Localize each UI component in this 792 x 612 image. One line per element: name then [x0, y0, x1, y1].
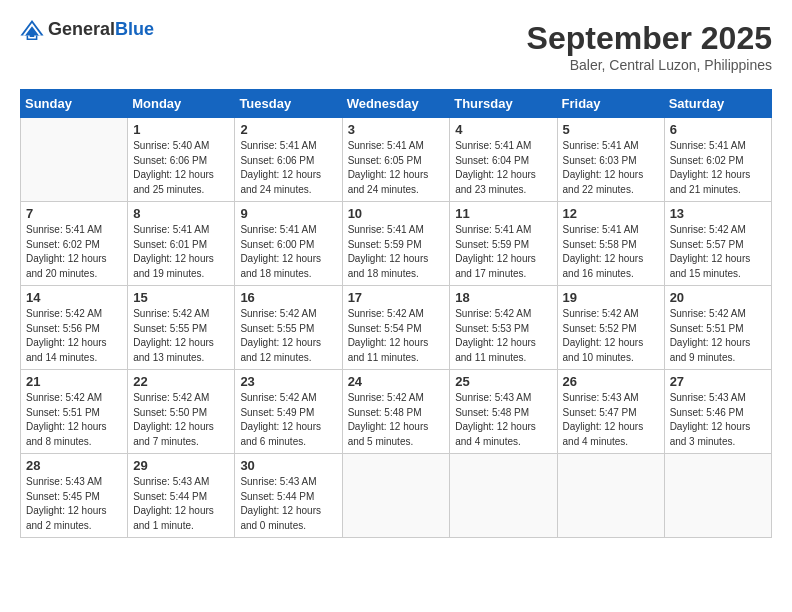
day-number: 3 — [348, 122, 445, 137]
calendar-cell — [450, 454, 557, 538]
weekday-header: Saturday — [664, 90, 771, 118]
calendar-cell: 9Sunrise: 5:41 AM Sunset: 6:00 PM Daylig… — [235, 202, 342, 286]
day-info: Sunrise: 5:41 AM Sunset: 5:59 PM Dayligh… — [455, 223, 551, 281]
day-number: 22 — [133, 374, 229, 389]
day-info: Sunrise: 5:41 AM Sunset: 6:02 PM Dayligh… — [670, 139, 766, 197]
day-number: 21 — [26, 374, 122, 389]
day-info: Sunrise: 5:41 AM Sunset: 6:02 PM Dayligh… — [26, 223, 122, 281]
day-number: 5 — [563, 122, 659, 137]
day-info: Sunrise: 5:42 AM Sunset: 5:50 PM Dayligh… — [133, 391, 229, 449]
day-number: 28 — [26, 458, 122, 473]
calendar-cell: 2Sunrise: 5:41 AM Sunset: 6:06 PM Daylig… — [235, 118, 342, 202]
calendar-week-row: 14Sunrise: 5:42 AM Sunset: 5:56 PM Dayli… — [21, 286, 772, 370]
day-info: Sunrise: 5:43 AM Sunset: 5:48 PM Dayligh… — [455, 391, 551, 449]
day-info: Sunrise: 5:42 AM Sunset: 5:51 PM Dayligh… — [670, 307, 766, 365]
calendar-cell: 1Sunrise: 5:40 AM Sunset: 6:06 PM Daylig… — [128, 118, 235, 202]
day-info: Sunrise: 5:42 AM Sunset: 5:57 PM Dayligh… — [670, 223, 766, 281]
day-number: 18 — [455, 290, 551, 305]
calendar-cell: 7Sunrise: 5:41 AM Sunset: 6:02 PM Daylig… — [21, 202, 128, 286]
logo-text: GeneralBlue — [48, 20, 154, 40]
logo-blue: Blue — [115, 19, 154, 39]
day-info: Sunrise: 5:42 AM Sunset: 5:52 PM Dayligh… — [563, 307, 659, 365]
day-number: 4 — [455, 122, 551, 137]
day-info: Sunrise: 5:42 AM Sunset: 5:53 PM Dayligh… — [455, 307, 551, 365]
day-info: Sunrise: 5:42 AM Sunset: 5:56 PM Dayligh… — [26, 307, 122, 365]
calendar-cell: 14Sunrise: 5:42 AM Sunset: 5:56 PM Dayli… — [21, 286, 128, 370]
day-number: 20 — [670, 290, 766, 305]
calendar-cell: 3Sunrise: 5:41 AM Sunset: 6:05 PM Daylig… — [342, 118, 450, 202]
day-info: Sunrise: 5:43 AM Sunset: 5:46 PM Dayligh… — [670, 391, 766, 449]
month-title: September 2025 — [527, 20, 772, 57]
logo-general: General — [48, 19, 115, 39]
logo-icon — [20, 20, 44, 40]
weekday-header: Friday — [557, 90, 664, 118]
day-info: Sunrise: 5:41 AM Sunset: 5:59 PM Dayligh… — [348, 223, 445, 281]
day-info: Sunrise: 5:43 AM Sunset: 5:47 PM Dayligh… — [563, 391, 659, 449]
calendar-week-row: 28Sunrise: 5:43 AM Sunset: 5:45 PM Dayli… — [21, 454, 772, 538]
day-number: 10 — [348, 206, 445, 221]
calendar-cell: 19Sunrise: 5:42 AM Sunset: 5:52 PM Dayli… — [557, 286, 664, 370]
day-number: 2 — [240, 122, 336, 137]
calendar-cell — [21, 118, 128, 202]
day-number: 8 — [133, 206, 229, 221]
calendar-cell: 10Sunrise: 5:41 AM Sunset: 5:59 PM Dayli… — [342, 202, 450, 286]
day-info: Sunrise: 5:41 AM Sunset: 6:05 PM Dayligh… — [348, 139, 445, 197]
calendar-cell: 29Sunrise: 5:43 AM Sunset: 5:44 PM Dayli… — [128, 454, 235, 538]
day-number: 14 — [26, 290, 122, 305]
logo: GeneralBlue — [20, 20, 154, 40]
calendar-cell: 17Sunrise: 5:42 AM Sunset: 5:54 PM Dayli… — [342, 286, 450, 370]
day-number: 16 — [240, 290, 336, 305]
calendar-cell: 21Sunrise: 5:42 AM Sunset: 5:51 PM Dayli… — [21, 370, 128, 454]
day-info: Sunrise: 5:43 AM Sunset: 5:44 PM Dayligh… — [240, 475, 336, 533]
calendar-cell: 27Sunrise: 5:43 AM Sunset: 5:46 PM Dayli… — [664, 370, 771, 454]
calendar-cell: 18Sunrise: 5:42 AM Sunset: 5:53 PM Dayli… — [450, 286, 557, 370]
calendar-cell: 24Sunrise: 5:42 AM Sunset: 5:48 PM Dayli… — [342, 370, 450, 454]
calendar-cell: 5Sunrise: 5:41 AM Sunset: 6:03 PM Daylig… — [557, 118, 664, 202]
calendar-cell: 28Sunrise: 5:43 AM Sunset: 5:45 PM Dayli… — [21, 454, 128, 538]
day-number: 24 — [348, 374, 445, 389]
day-number: 29 — [133, 458, 229, 473]
day-info: Sunrise: 5:41 AM Sunset: 6:01 PM Dayligh… — [133, 223, 229, 281]
page-header: GeneralBlue September 2025 Baler, Centra… — [20, 20, 772, 73]
day-number: 9 — [240, 206, 336, 221]
day-info: Sunrise: 5:42 AM Sunset: 5:49 PM Dayligh… — [240, 391, 336, 449]
day-info: Sunrise: 5:41 AM Sunset: 6:06 PM Dayligh… — [240, 139, 336, 197]
calendar-cell — [557, 454, 664, 538]
day-number: 27 — [670, 374, 766, 389]
day-info: Sunrise: 5:42 AM Sunset: 5:51 PM Dayligh… — [26, 391, 122, 449]
calendar-cell: 30Sunrise: 5:43 AM Sunset: 5:44 PM Dayli… — [235, 454, 342, 538]
day-info: Sunrise: 5:42 AM Sunset: 5:48 PM Dayligh… — [348, 391, 445, 449]
day-number: 11 — [455, 206, 551, 221]
calendar-cell: 6Sunrise: 5:41 AM Sunset: 6:02 PM Daylig… — [664, 118, 771, 202]
calendar-cell: 11Sunrise: 5:41 AM Sunset: 5:59 PM Dayli… — [450, 202, 557, 286]
weekday-header: Thursday — [450, 90, 557, 118]
day-number: 30 — [240, 458, 336, 473]
day-number: 25 — [455, 374, 551, 389]
day-info: Sunrise: 5:41 AM Sunset: 6:04 PM Dayligh… — [455, 139, 551, 197]
day-info: Sunrise: 5:41 AM Sunset: 6:03 PM Dayligh… — [563, 139, 659, 197]
day-number: 13 — [670, 206, 766, 221]
calendar-cell: 4Sunrise: 5:41 AM Sunset: 6:04 PM Daylig… — [450, 118, 557, 202]
day-number: 1 — [133, 122, 229, 137]
day-number: 7 — [26, 206, 122, 221]
calendar-cell: 15Sunrise: 5:42 AM Sunset: 5:55 PM Dayli… — [128, 286, 235, 370]
location-title: Baler, Central Luzon, Philippines — [527, 57, 772, 73]
calendar-week-row: 7Sunrise: 5:41 AM Sunset: 6:02 PM Daylig… — [21, 202, 772, 286]
day-info: Sunrise: 5:40 AM Sunset: 6:06 PM Dayligh… — [133, 139, 229, 197]
calendar-table: SundayMondayTuesdayWednesdayThursdayFrid… — [20, 89, 772, 538]
day-info: Sunrise: 5:42 AM Sunset: 5:55 PM Dayligh… — [240, 307, 336, 365]
day-number: 26 — [563, 374, 659, 389]
day-number: 19 — [563, 290, 659, 305]
day-info: Sunrise: 5:42 AM Sunset: 5:54 PM Dayligh… — [348, 307, 445, 365]
calendar-cell — [342, 454, 450, 538]
day-number: 15 — [133, 290, 229, 305]
weekday-header: Wednesday — [342, 90, 450, 118]
calendar-cell: 25Sunrise: 5:43 AM Sunset: 5:48 PM Dayli… — [450, 370, 557, 454]
calendar-cell: 12Sunrise: 5:41 AM Sunset: 5:58 PM Dayli… — [557, 202, 664, 286]
calendar-cell: 20Sunrise: 5:42 AM Sunset: 5:51 PM Dayli… — [664, 286, 771, 370]
title-area: September 2025 Baler, Central Luzon, Phi… — [527, 20, 772, 73]
calendar-cell: 26Sunrise: 5:43 AM Sunset: 5:47 PM Dayli… — [557, 370, 664, 454]
calendar-week-row: 1Sunrise: 5:40 AM Sunset: 6:06 PM Daylig… — [21, 118, 772, 202]
calendar-header-row: SundayMondayTuesdayWednesdayThursdayFrid… — [21, 90, 772, 118]
weekday-header: Sunday — [21, 90, 128, 118]
